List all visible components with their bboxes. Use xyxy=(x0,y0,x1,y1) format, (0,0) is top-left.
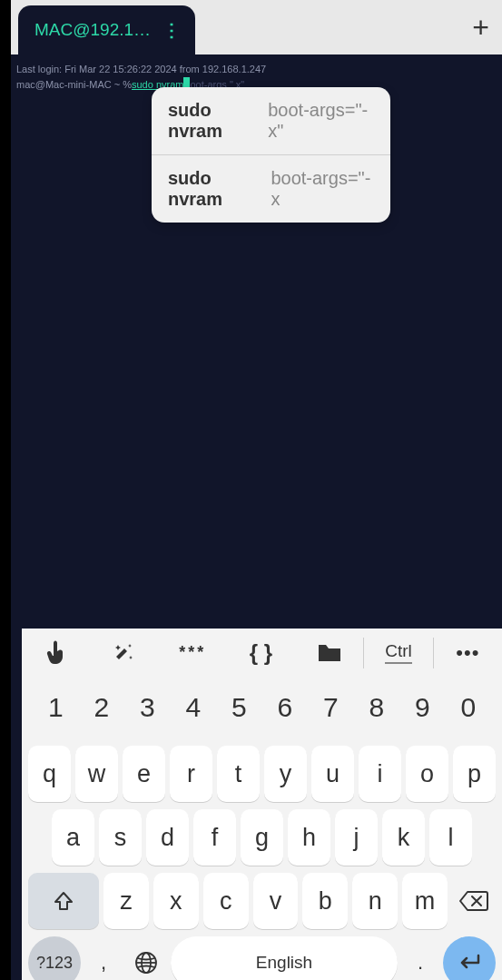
key-j[interactable]: j xyxy=(335,809,378,866)
backspace-icon xyxy=(458,889,489,913)
key-8[interactable]: 8 xyxy=(354,680,400,735)
tab-bar: MAC@192.168... ⋮ + xyxy=(11,0,502,54)
key-f[interactable]: f xyxy=(193,809,236,866)
shift-key[interactable] xyxy=(28,873,99,929)
key-m[interactable]: m xyxy=(402,873,448,929)
key-s[interactable]: s xyxy=(99,809,142,866)
mode-switch-key[interactable]: ?123 xyxy=(28,936,81,980)
new-tab-button[interactable]: + xyxy=(472,11,489,45)
terminal-prompt: mac@Mac-mini-MAC ~ % xyxy=(16,77,132,93)
key-z[interactable]: z xyxy=(103,873,149,929)
ctrl-label: Ctrl xyxy=(385,641,412,664)
autocomplete-popup: sudo nvram boot-args="-x" sudo nvram boo… xyxy=(152,87,390,223)
braces-icon: { } xyxy=(250,640,272,666)
key-v[interactable]: v xyxy=(253,873,299,929)
key-q[interactable]: q xyxy=(28,746,71,802)
spacebar[interactable]: English xyxy=(171,936,398,980)
key-g[interactable]: g xyxy=(241,809,283,866)
autocomplete-completion: boot-args="-x xyxy=(271,168,374,210)
key-4[interactable]: 4 xyxy=(171,680,217,735)
globe-icon xyxy=(134,951,158,975)
enter-icon xyxy=(457,954,482,972)
key-x[interactable]: x xyxy=(153,873,199,929)
ctrl-button[interactable]: Ctrl xyxy=(364,629,432,677)
tab-menu-icon[interactable]: ⋮ xyxy=(159,19,184,41)
letter-row-2: a s d f g h j k l xyxy=(25,809,498,866)
enter-key[interactable] xyxy=(443,936,496,980)
key-0[interactable]: 0 xyxy=(446,680,492,735)
key-1[interactable]: 1 xyxy=(33,680,79,735)
key-6[interactable]: 6 xyxy=(262,680,309,735)
more-icon: ••• xyxy=(456,641,479,665)
key-2[interactable]: 2 xyxy=(79,680,125,735)
autocomplete-item[interactable]: sudo nvram boot-args="-x xyxy=(152,155,390,223)
key-t[interactable]: t xyxy=(217,746,260,802)
folder-icon xyxy=(317,643,342,663)
key-r[interactable]: r xyxy=(170,746,212,802)
key-7[interactable]: 7 xyxy=(308,680,354,735)
key-c[interactable]: c xyxy=(203,873,249,929)
key-e[interactable]: e xyxy=(123,746,165,802)
touch-icon xyxy=(45,640,67,666)
key-b[interactable]: b xyxy=(302,873,348,929)
autocomplete-item[interactable]: sudo nvram boot-args="-x" xyxy=(152,87,390,155)
key-p[interactable]: p xyxy=(453,746,496,802)
key-5[interactable]: 5 xyxy=(216,680,262,735)
comma-key[interactable]: , xyxy=(85,936,122,980)
autocomplete-match: sudo nvram xyxy=(168,100,262,142)
number-row: 1 2 3 4 5 6 7 8 9 0 xyxy=(25,680,498,735)
key-k[interactable]: k xyxy=(382,809,425,866)
password-button[interactable]: *** xyxy=(159,629,227,677)
key-h[interactable]: h xyxy=(288,809,330,866)
letter-row-1: q w e r t y u i o p xyxy=(25,746,498,802)
magic-wand-icon xyxy=(114,643,134,663)
key-i[interactable]: i xyxy=(359,746,401,802)
shift-icon xyxy=(53,890,74,912)
key-w[interactable]: w xyxy=(75,746,118,802)
active-tab[interactable]: MAC@192.168... ⋮ xyxy=(18,5,195,54)
key-n[interactable]: n xyxy=(352,873,398,929)
key-d[interactable]: d xyxy=(146,809,189,866)
key-o[interactable]: o xyxy=(406,746,448,802)
key-a[interactable]: a xyxy=(52,809,94,866)
key-u[interactable]: u xyxy=(311,746,354,802)
letter-row-3: z x c v b n m xyxy=(25,873,498,929)
language-key[interactable] xyxy=(126,936,166,980)
key-l[interactable]: l xyxy=(429,809,472,866)
terminal-output-line: Last login: Fri Mar 22 15:26:22 2024 fro… xyxy=(16,62,497,77)
bottom-row: ?123 , English . xyxy=(25,936,498,980)
autocomplete-match: sudo nvram xyxy=(168,168,265,210)
key-3[interactable]: 3 xyxy=(124,680,171,735)
key-y[interactable]: y xyxy=(264,746,307,802)
magic-button[interactable] xyxy=(90,629,158,677)
more-button[interactable]: ••• xyxy=(434,629,502,677)
tab-title: MAC@192.168... xyxy=(34,20,152,40)
asterisks-icon: *** xyxy=(179,643,206,662)
terminal-cursor xyxy=(183,77,190,88)
keyboard-toolbar: *** { } Ctrl ••• xyxy=(22,629,502,677)
period-key[interactable]: . xyxy=(402,936,438,980)
virtual-keyboard: 1 2 3 4 5 6 7 8 9 0 q w e r t y u i o p … xyxy=(22,677,502,980)
autocomplete-completion: boot-args="-x" xyxy=(268,100,374,142)
folder-button[interactable] xyxy=(295,629,363,677)
braces-button[interactable]: { } xyxy=(227,629,295,677)
touch-mode-button[interactable] xyxy=(22,629,90,677)
key-9[interactable]: 9 xyxy=(399,680,446,735)
backspace-key[interactable] xyxy=(452,873,496,929)
